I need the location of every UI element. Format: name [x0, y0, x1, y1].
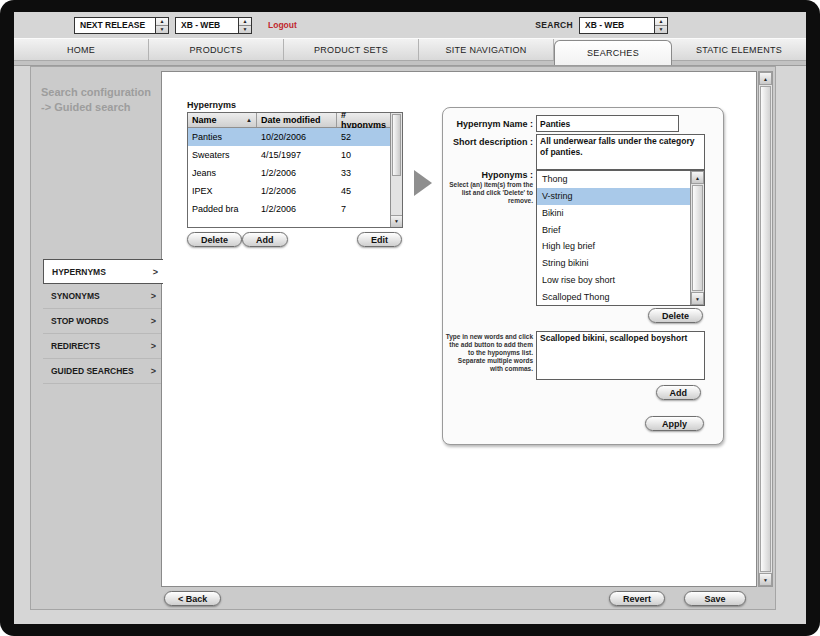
- spinner-up-icon[interactable]: ▲: [239, 18, 251, 26]
- cell-name: IPEX: [188, 182, 257, 200]
- tab-static-elements[interactable]: STATIC ELEMENTS: [672, 39, 806, 60]
- list-item[interactable]: Bikini: [537, 205, 690, 222]
- spinner-down-icon[interactable]: ▼: [655, 26, 667, 33]
- list-item[interactable]: V-string: [537, 188, 690, 205]
- delete-hyponym-button[interactable]: Delete: [648, 308, 703, 323]
- sidebar-item-guided-searches[interactable]: GUIDED SEARCHES >: [43, 359, 161, 384]
- table-row[interactable]: IPEX 1/2/2006 45: [188, 182, 390, 200]
- tab-products[interactable]: PRODUCTS: [149, 39, 284, 60]
- sidebar-item-stop-words[interactable]: STOP WORDS >: [43, 309, 161, 334]
- scroll-up-icon[interactable]: ▲: [759, 72, 772, 85]
- save-button[interactable]: Save: [684, 591, 746, 606]
- search-site-select-value: XB - WEB: [580, 18, 654, 33]
- spinner-down-icon[interactable]: ▼: [239, 26, 251, 33]
- short-description-textarea[interactable]: All underwear falls under the category o…: [536, 134, 705, 170]
- short-description-label: Short description :: [445, 137, 533, 147]
- list-item[interactable]: Thong: [537, 171, 690, 188]
- sidebar-item-redirects[interactable]: REDIRECTS >: [43, 334, 161, 359]
- list-item[interactable]: High leg brief: [537, 238, 690, 255]
- logout-link[interactable]: Logout: [268, 20, 297, 30]
- spinner-up-icon[interactable]: ▲: [655, 18, 667, 26]
- site-select-spinner[interactable]: ▲ ▼: [238, 18, 251, 33]
- apply-button[interactable]: Apply: [645, 416, 704, 431]
- content-area: Search configuration -> Guided search HY…: [30, 66, 776, 610]
- table-row[interactable]: Sweaters 4/15/1997 10: [188, 146, 390, 164]
- column-header-hyponym-count[interactable]: # hyponyms: [337, 113, 390, 127]
- revert-button[interactable]: Revert: [609, 591, 665, 606]
- window-frame: NEXT RELEASE ▲ ▼ XB - WEB ▲ ▼ Logout SEA…: [0, 0, 820, 636]
- hyponyms-scrollbar[interactable]: ▲ ▼: [690, 171, 704, 305]
- hyponyms-list: Thong V-string Bikini Brief High leg bri…: [537, 171, 690, 305]
- hyponyms-label: Hyponyms :: [445, 170, 533, 180]
- search-site-select-spinner[interactable]: ▲ ▼: [654, 18, 667, 33]
- chevron-right-icon: >: [151, 316, 156, 326]
- sidebar-item-synonyms[interactable]: SYNONYMS >: [43, 284, 161, 309]
- sidebar-heading: Search configuration -> Guided search: [41, 85, 151, 115]
- hyponyms-listbox: Thong V-string Bikini Brief High leg bri…: [536, 170, 705, 306]
- site-select[interactable]: XB - WEB ▲ ▼: [175, 17, 252, 34]
- chevron-right-icon: >: [153, 267, 158, 277]
- cell-date: 1/2/2006: [257, 164, 337, 182]
- sidebar-item-label: STOP WORDS: [51, 316, 109, 326]
- add-hyponyms-help-text: Type in new words and click the add butt…: [445, 333, 533, 373]
- cell-count: 33: [337, 164, 390, 182]
- cell-date: 10/20/2006: [257, 128, 337, 146]
- list-item[interactable]: Brief: [537, 221, 690, 238]
- scrollbar-thumb[interactable]: [760, 86, 771, 572]
- chevron-right-icon: >: [151, 366, 156, 376]
- table-row[interactable]: Jeans 1/2/2006 33: [188, 164, 390, 182]
- main-panel: Hypernyms Name ▲ Date modified # hyponym…: [161, 71, 757, 587]
- edit-hypernym-button[interactable]: Edit: [357, 232, 402, 247]
- tab-product-sets[interactable]: PRODUCT SETS: [284, 39, 419, 60]
- spinner-down-icon[interactable]: ▼: [156, 26, 168, 33]
- sidebar-heading-line1: Search configuration: [41, 85, 151, 100]
- column-header-name[interactable]: Name ▲: [188, 113, 257, 127]
- pointer-right-icon: [414, 170, 432, 196]
- sidebar-menu: HYPERNYMS > SYNONYMS > STOP WORDS > REDI…: [43, 259, 161, 384]
- table-scrollbar[interactable]: ▼: [390, 113, 402, 227]
- hypernyms-table: Name ▲ Date modified # hyponyms Panties …: [187, 112, 403, 228]
- hypernym-detail-panel: Hypernym Name : Short description : All …: [442, 107, 724, 445]
- release-select-value: NEXT RELEASE: [75, 18, 155, 33]
- release-select-spinner[interactable]: ▲ ▼: [155, 18, 168, 33]
- sort-asc-icon: ▲: [246, 117, 252, 123]
- scroll-down-icon[interactable]: ▼: [691, 292, 704, 305]
- list-item[interactable]: String bikini: [537, 255, 690, 272]
- scrollbar-thumb[interactable]: [692, 185, 703, 291]
- spinner-up-icon[interactable]: ▲: [156, 18, 168, 26]
- main-scrollbar[interactable]: ▲ ▼: [758, 71, 773, 587]
- back-button[interactable]: < Back: [164, 591, 221, 606]
- app-window: NEXT RELEASE ▲ ▼ XB - WEB ▲ ▼ Logout SEA…: [14, 12, 806, 624]
- top-bar: NEXT RELEASE ▲ ▼ XB - WEB ▲ ▼ Logout SEA…: [14, 12, 806, 38]
- cell-name: Sweaters: [188, 146, 257, 164]
- cell-count: 45: [337, 182, 390, 200]
- add-hyponym-button[interactable]: Add: [656, 385, 702, 400]
- tab-home[interactable]: HOME: [14, 39, 149, 60]
- table-row[interactable]: Panties 10/20/2006 52: [188, 128, 390, 146]
- scrollbar-thumb[interactable]: [392, 114, 401, 176]
- hypernyms-table-columns: Name ▲ Date modified # hyponyms Panties …: [188, 113, 390, 227]
- scroll-up-icon[interactable]: ▲: [691, 171, 704, 184]
- site-select-value: XB - WEB: [176, 18, 238, 33]
- new-hyponyms-textarea[interactable]: Scalloped bikini, scalloped boyshort: [536, 331, 705, 380]
- scroll-down-icon[interactable]: ▼: [391, 215, 402, 227]
- hypernyms-table-title: Hypernyms: [187, 100, 236, 110]
- list-item[interactable]: Low rise boy short: [537, 272, 690, 289]
- sidebar-item-hypernyms[interactable]: HYPERNYMS >: [43, 259, 163, 284]
- release-select[interactable]: NEXT RELEASE ▲ ▼: [74, 17, 169, 34]
- search-site-select[interactable]: XB - WEB ▲ ▼: [579, 17, 668, 34]
- delete-hypernym-button[interactable]: Delete: [187, 232, 242, 247]
- tab-site-navigation[interactable]: SITE NAVIGATION: [419, 39, 554, 60]
- hyponyms-help-text: Select (an) item(s) from the list and cl…: [445, 181, 533, 205]
- scroll-down-icon[interactable]: ▼: [759, 573, 772, 586]
- column-header-date-modified[interactable]: Date modified: [257, 113, 337, 127]
- table-row[interactable]: Padded bra 1/2/2006 7: [188, 200, 390, 218]
- list-item[interactable]: Scalloped Thong: [537, 288, 690, 305]
- tab-searches[interactable]: SEARCHES: [554, 40, 672, 65]
- cell-date: 4/15/1997: [257, 146, 337, 164]
- hypernym-name-input[interactable]: [536, 115, 679, 132]
- cell-name: Jeans: [188, 164, 257, 182]
- cell-date: 1/2/2006: [257, 200, 337, 218]
- sidebar-heading-line2: -> Guided search: [41, 100, 151, 115]
- add-hypernym-button[interactable]: Add: [242, 232, 288, 247]
